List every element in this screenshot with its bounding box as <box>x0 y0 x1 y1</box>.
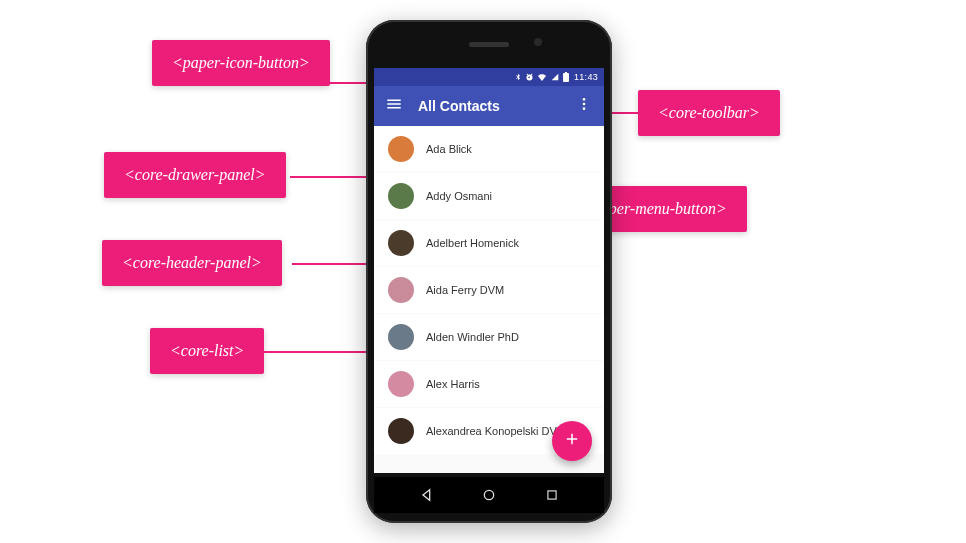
list-item[interactable]: Addy Osmani <box>374 173 604 220</box>
wifi-icon <box>537 73 547 81</box>
more-vert-icon <box>576 96 592 116</box>
phone-frame: 11:43 All Contacts Ada Blick <box>366 20 612 523</box>
nav-back[interactable] <box>417 485 437 505</box>
plus-icon <box>563 430 581 452</box>
callout-core-drawer-panel: <core-drawer-panel> <box>104 152 286 198</box>
list-item[interactable]: Adelbert Homenick <box>374 220 604 267</box>
avatar <box>388 277 414 303</box>
contact-name: Alexandrea Konopelski DVM <box>426 425 566 437</box>
list-item[interactable]: Alden Windler PhD <box>374 314 604 361</box>
avatar <box>388 230 414 256</box>
leader-core-list <box>256 351 374 353</box>
nav-home[interactable] <box>479 485 499 505</box>
svg-rect-4 <box>547 491 555 499</box>
contact-name: Ada Blick <box>426 143 472 155</box>
alarm-icon <box>525 73 534 82</box>
battery-icon <box>563 72 569 82</box>
core-list: Ada Blick Addy Osmani Adelbert Homenick … <box>374 126 604 455</box>
contact-name: Alden Windler PhD <box>426 331 519 343</box>
contact-name: Alex Harris <box>426 378 480 390</box>
list-item[interactable]: Aida Ferry DVM <box>374 267 604 314</box>
callout-core-list: <core-list> <box>150 328 264 374</box>
avatar <box>388 136 414 162</box>
android-nav-bar <box>374 477 604 513</box>
fab-add[interactable] <box>552 421 592 461</box>
android-status-bar: 11:43 <box>374 68 604 86</box>
contact-name: Addy Osmani <box>426 190 492 202</box>
leader-core-header-panel <box>292 263 374 265</box>
overflow-button[interactable] <box>570 92 598 120</box>
leader-core-drawer-panel <box>290 176 374 178</box>
phone-screen: 11:43 All Contacts Ada Blick <box>374 68 604 473</box>
avatar <box>388 324 414 350</box>
list-item[interactable]: Ada Blick <box>374 126 604 173</box>
svg-point-3 <box>484 490 493 499</box>
menu-button[interactable] <box>380 92 408 120</box>
signal-icon <box>550 73 560 81</box>
svg-point-0 <box>583 98 586 101</box>
callout-paper-icon-button: <paper-icon-button> <box>152 40 330 86</box>
svg-point-1 <box>583 103 586 106</box>
hamburger-icon <box>385 95 403 117</box>
callout-core-toolbar: <core-toolbar> <box>638 90 780 136</box>
nav-recents[interactable] <box>542 485 562 505</box>
list-item[interactable]: Alex Harris <box>374 361 604 408</box>
toolbar-title: All Contacts <box>418 98 560 114</box>
avatar <box>388 183 414 209</box>
contact-name: Adelbert Homenick <box>426 237 519 249</box>
avatar <box>388 371 414 397</box>
callout-core-header-panel: <core-header-panel> <box>102 240 282 286</box>
clock-text: 11:43 <box>574 72 598 82</box>
svg-point-2 <box>583 107 586 110</box>
contact-name: Aida Ferry DVM <box>426 284 504 296</box>
core-toolbar: All Contacts <box>374 86 604 126</box>
avatar <box>388 418 414 444</box>
bluetooth-icon <box>514 72 522 82</box>
